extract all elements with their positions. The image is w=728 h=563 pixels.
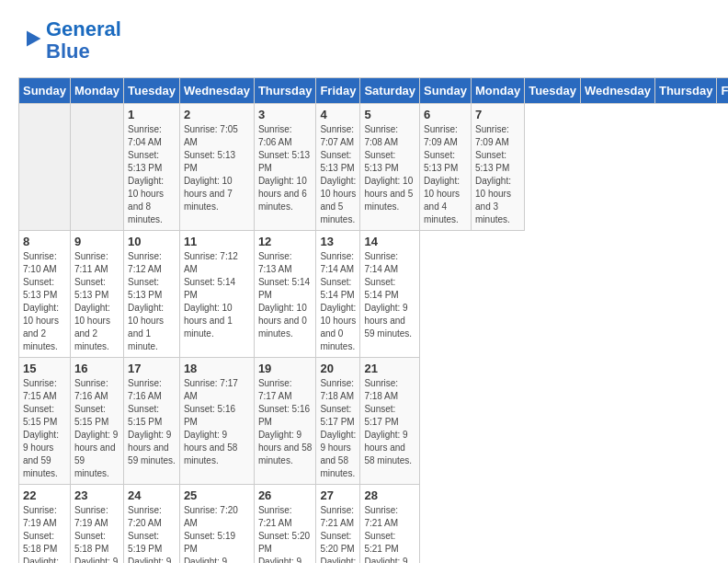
svg-marker-0	[27, 31, 40, 47]
day-number: 10	[128, 235, 176, 248]
day-number: 11	[184, 235, 250, 248]
day-info: Sunrise: 7:19 AMSunset: 5:18 PMDaylight:…	[23, 504, 66, 563]
day-info: Sunrise: 7:04 AMSunset: 5:13 PMDaylight:…	[128, 123, 176, 226]
calendar-cell: 20Sunrise: 7:18 AMSunset: 5:17 PMDayligh…	[316, 358, 360, 485]
weekday-header-monday: Monday	[70, 78, 123, 104]
day-number: 21	[364, 362, 415, 375]
day-number: 18	[184, 362, 250, 375]
calendar-cell: 7Sunrise: 7:09 AMSunset: 5:13 PMDaylight…	[472, 104, 525, 231]
logo-text: General Blue	[46, 18, 121, 63]
day-info: Sunrise: 7:07 AMSunset: 5:13 PMDaylight:…	[320, 123, 356, 226]
day-info: Sunrise: 7:09 AMSunset: 5:13 PMDaylight:…	[424, 123, 467, 226]
calendar-cell: 25Sunrise: 7:20 AMSunset: 5:19 PMDayligh…	[179, 485, 254, 563]
weekday-header: Thursday	[654, 78, 717, 104]
day-info: Sunrise: 7:14 AMSunset: 5:14 PMDaylight:…	[364, 250, 415, 340]
calendar-week-3: 15Sunrise: 7:15 AMSunset: 5:15 PMDayligh…	[19, 358, 729, 485]
day-info: Sunrise: 7:19 AMSunset: 5:18 PMDaylight:…	[74, 504, 119, 563]
calendar-cell: 18Sunrise: 7:17 AMSunset: 5:16 PMDayligh…	[179, 358, 254, 485]
day-number: 12	[258, 235, 313, 248]
weekday-header-wednesday: Wednesday	[179, 78, 254, 104]
calendar-cell: 1Sunrise: 7:04 AMSunset: 5:13 PMDaylight…	[124, 104, 180, 231]
day-number: 2	[184, 108, 250, 121]
calendar-cell: 16Sunrise: 7:16 AMSunset: 5:15 PMDayligh…	[70, 358, 123, 485]
day-info: Sunrise: 7:13 AMSunset: 5:14 PMDaylight:…	[258, 250, 313, 340]
calendar-cell: 4Sunrise: 7:07 AMSunset: 5:13 PMDaylight…	[316, 104, 360, 231]
calendar-cell: 27Sunrise: 7:21 AMSunset: 5:20 PMDayligh…	[316, 485, 360, 563]
day-number: 26	[258, 488, 313, 502]
day-number: 7	[475, 108, 520, 121]
weekday-header: Friday	[717, 78, 728, 104]
day-number: 1	[128, 108, 176, 121]
page-header: General Blue	[18, 18, 710, 63]
day-info: Sunrise: 7:15 AMSunset: 5:15 PMDaylight:…	[23, 377, 66, 480]
calendar-cell: 15Sunrise: 7:15 AMSunset: 5:15 PMDayligh…	[19, 358, 71, 485]
day-number: 25	[184, 488, 250, 502]
day-number: 24	[128, 488, 176, 502]
calendar-cell: 28Sunrise: 7:21 AMSunset: 5:21 PMDayligh…	[360, 485, 420, 563]
calendar-cell: 2Sunrise: 7:05 AMSunset: 5:13 PMDaylight…	[179, 104, 254, 231]
weekday-header-tuesday: Tuesday	[124, 78, 180, 104]
logo: General Blue	[18, 18, 121, 63]
day-info: Sunrise: 7:06 AMSunset: 5:13 PMDaylight:…	[258, 123, 313, 213]
day-number: 9	[74, 235, 119, 248]
day-number: 27	[320, 488, 356, 502]
weekday-header: Wednesday	[580, 78, 654, 104]
calendar-table: SundayMondayTuesdayWednesdayThursdayFrid…	[18, 77, 728, 563]
calendar-cell: 22Sunrise: 7:19 AMSunset: 5:18 PMDayligh…	[19, 485, 71, 563]
calendar-cell: 6Sunrise: 7:09 AMSunset: 5:13 PMDaylight…	[420, 104, 472, 231]
weekday-header-sunday: Sunday	[19, 78, 71, 104]
weekday-header: Monday	[472, 78, 525, 104]
day-number: 23	[74, 488, 119, 502]
day-info: Sunrise: 7:09 AMSunset: 5:13 PMDaylight:…	[475, 123, 520, 226]
day-number: 4	[320, 108, 356, 121]
day-number: 5	[364, 108, 415, 121]
day-info: Sunrise: 7:20 AMSunset: 5:19 PMDaylight:…	[128, 504, 176, 563]
day-info: Sunrise: 7:14 AMSunset: 5:14 PMDaylight:…	[320, 250, 356, 353]
day-info: Sunrise: 7:12 AMSunset: 5:13 PMDaylight:…	[128, 250, 176, 353]
calendar-week-2: 8Sunrise: 7:10 AMSunset: 5:13 PMDaylight…	[19, 231, 729, 358]
day-number: 22	[23, 488, 66, 502]
day-info: Sunrise: 7:18 AMSunset: 5:17 PMDaylight:…	[320, 377, 356, 480]
day-info: Sunrise: 7:16 AMSunset: 5:15 PMDaylight:…	[74, 377, 119, 480]
calendar-cell	[70, 104, 123, 231]
calendar-cell: 21Sunrise: 7:18 AMSunset: 5:17 PMDayligh…	[360, 358, 420, 485]
day-number: 20	[320, 362, 356, 375]
calendar-cell: 10Sunrise: 7:12 AMSunset: 5:13 PMDayligh…	[124, 231, 180, 358]
weekday-header: Sunday	[420, 78, 472, 104]
calendar-cell: 24Sunrise: 7:20 AMSunset: 5:19 PMDayligh…	[124, 485, 180, 563]
day-info: Sunrise: 7:05 AMSunset: 5:13 PMDaylight:…	[184, 123, 250, 213]
day-info: Sunrise: 7:17 AMSunset: 5:16 PMDaylight:…	[258, 377, 313, 467]
calendar-cell	[19, 104, 71, 231]
calendar-cell: 11Sunrise: 7:12 AMSunset: 5:14 PMDayligh…	[179, 231, 254, 358]
calendar-cell: 17Sunrise: 7:16 AMSunset: 5:15 PMDayligh…	[124, 358, 180, 485]
calendar-cell: 26Sunrise: 7:21 AMSunset: 5:20 PMDayligh…	[254, 485, 316, 563]
calendar-header-row: SundayMondayTuesdayWednesdayThursdayFrid…	[19, 78, 729, 104]
calendar-cell: 23Sunrise: 7:19 AMSunset: 5:18 PMDayligh…	[70, 485, 123, 563]
weekday-header: Tuesday	[525, 78, 581, 104]
day-info: Sunrise: 7:08 AMSunset: 5:13 PMDaylight:…	[364, 123, 415, 213]
calendar-week-4: 22Sunrise: 7:19 AMSunset: 5:18 PMDayligh…	[19, 485, 729, 563]
weekday-header-saturday: Saturday	[360, 78, 420, 104]
weekday-header-thursday: Thursday	[254, 78, 316, 104]
day-number: 6	[424, 108, 467, 121]
day-info: Sunrise: 7:21 AMSunset: 5:20 PMDaylight:…	[258, 504, 313, 563]
weekday-header-friday: Friday	[316, 78, 360, 104]
day-info: Sunrise: 7:20 AMSunset: 5:19 PMDaylight:…	[184, 504, 250, 563]
day-info: Sunrise: 7:18 AMSunset: 5:17 PMDaylight:…	[364, 377, 415, 467]
day-number: 19	[258, 362, 313, 375]
day-info: Sunrise: 7:17 AMSunset: 5:16 PMDaylight:…	[184, 377, 250, 467]
logo-icon	[20, 26, 46, 52]
day-info: Sunrise: 7:12 AMSunset: 5:14 PMDaylight:…	[184, 250, 250, 340]
calendar-week-1: 1Sunrise: 7:04 AMSunset: 5:13 PMDaylight…	[19, 104, 729, 231]
day-number: 8	[23, 235, 66, 248]
day-number: 3	[258, 108, 313, 121]
calendar-cell: 5Sunrise: 7:08 AMSunset: 5:13 PMDaylight…	[360, 104, 420, 231]
calendar-cell: 9Sunrise: 7:11 AMSunset: 5:13 PMDaylight…	[70, 231, 123, 358]
day-number: 14	[364, 235, 415, 248]
day-number: 28	[364, 488, 415, 502]
day-info: Sunrise: 7:21 AMSunset: 5:20 PMDaylight:…	[320, 504, 356, 563]
day-info: Sunrise: 7:11 AMSunset: 5:13 PMDaylight:…	[74, 250, 119, 353]
day-info: Sunrise: 7:16 AMSunset: 5:15 PMDaylight:…	[128, 377, 176, 467]
day-info: Sunrise: 7:10 AMSunset: 5:13 PMDaylight:…	[23, 250, 66, 353]
day-number: 16	[74, 362, 119, 375]
